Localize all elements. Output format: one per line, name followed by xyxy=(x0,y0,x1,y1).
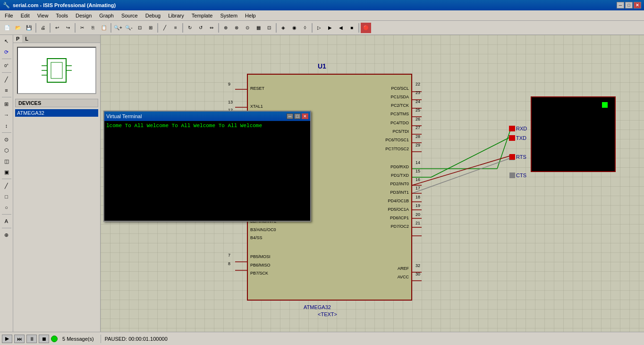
canvas-area[interactable]: U1 RESET XTAL1 XTAL2 PA0/ADC0 A1/ADC1 A2… xyxy=(101,35,644,332)
menu-design[interactable]: Design xyxy=(72,12,95,19)
tb-extra13[interactable]: 🔴 xyxy=(361,23,371,33)
lt-tool11[interactable]: A xyxy=(1,216,12,226)
tb-extra7[interactable]: ◉ xyxy=(289,23,299,33)
save-button[interactable]: 💾 xyxy=(24,23,34,33)
new-button[interactable]: 📄 xyxy=(2,23,12,33)
vterm-close-button[interactable]: ✕ xyxy=(302,113,308,119)
undo-button[interactable]: ↩ xyxy=(52,23,62,33)
bus-tool[interactable]: ≡ xyxy=(1,85,12,95)
lt-tool6[interactable]: ◫ xyxy=(1,156,12,166)
vterm-terminal-content[interactable]: lcome To All Welcome To All Welcome To A… xyxy=(104,121,310,221)
lt-tool8[interactable]: ╱ xyxy=(1,181,12,191)
component-tool[interactable]: ⟳ xyxy=(1,47,12,57)
step-button[interactable]: ⏭ xyxy=(14,335,25,343)
zoom-fit-button[interactable]: ⊡ xyxy=(135,23,145,33)
menu-system[interactable]: System xyxy=(216,12,241,19)
menu-help[interactable]: Help xyxy=(241,12,260,19)
menu-edit[interactable]: Edit xyxy=(17,12,34,19)
lt-tool4[interactable]: ⊙ xyxy=(1,134,12,145)
zoom-out-button[interactable]: 🔍- xyxy=(124,23,134,33)
zoom-in-button[interactable]: 🔍+ xyxy=(113,23,123,33)
print-button[interactable]: 🖨 xyxy=(38,23,48,33)
play-button[interactable]: ▶ xyxy=(2,335,12,343)
tb-extra11[interactable]: ◀ xyxy=(336,23,346,33)
pinnum-27: 27 xyxy=(415,125,420,130)
tb-extra2[interactable]: ⊗ xyxy=(231,23,242,33)
tb-extra10[interactable]: ▶ xyxy=(325,23,335,33)
menu-source[interactable]: Source xyxy=(118,12,142,19)
svg-line-33 xyxy=(412,158,511,193)
lt-tool3[interactable]: ↕ xyxy=(1,121,12,131)
vterm-maximize[interactable]: □ xyxy=(294,113,301,119)
sep1 xyxy=(35,23,36,33)
tb-extra8[interactable]: ◊ xyxy=(300,23,310,33)
device-atmega32[interactable]: ATMEGA32 xyxy=(15,109,98,117)
menu-view[interactable]: View xyxy=(34,12,52,19)
menu-template[interactable]: Template xyxy=(188,12,217,19)
tb-extra4[interactable]: ▦ xyxy=(253,23,263,33)
maximize-button[interactable]: □ xyxy=(625,2,633,9)
lt-tool12[interactable]: ⊕ xyxy=(1,230,12,240)
lt-tool1[interactable]: ⊞ xyxy=(1,99,12,109)
wire-button[interactable]: ╱ xyxy=(160,23,170,33)
wire-tool[interactable]: ╱ xyxy=(1,74,12,85)
pinnum-14: 14 xyxy=(415,160,420,165)
lt-tool2[interactable]: → xyxy=(1,110,12,120)
statusbar: ▶ ⏭ ⏸ ⏹ 5 Message(s) PAUSED: 00:00:01.10… xyxy=(0,332,644,345)
rotate-ccw-button[interactable]: ↺ xyxy=(195,23,206,33)
tb-extra5[interactable]: ⊡ xyxy=(264,23,274,33)
angle-display: 0° xyxy=(1,60,12,71)
chip-text-label: <TEXT> xyxy=(318,311,337,317)
select-tool[interactable]: ↖ xyxy=(1,36,12,46)
tb-extra12[interactable]: ■ xyxy=(347,23,357,33)
redo-button[interactable]: ↪ xyxy=(63,23,73,33)
vterm-titlebar[interactable]: Virtual Terminal ─ □ ✕ xyxy=(104,112,310,121)
vterm-title: Virtual Terminal xyxy=(106,113,142,119)
pin-pc1: PC1/SDA xyxy=(390,95,409,99)
virtual-terminal-window[interactable]: Virtual Terminal ─ □ ✕ lcome To All Welc… xyxy=(103,111,311,222)
pin-pb6: PB6/MISO xyxy=(250,263,271,267)
vterm-led-green xyxy=(602,102,608,108)
zoom-area-button[interactable]: ⊞ xyxy=(145,23,156,33)
menu-graph[interactable]: Graph xyxy=(95,12,118,19)
tb-extra6[interactable]: ◈ xyxy=(278,23,288,33)
lt-tool9[interactable]: □ xyxy=(1,191,12,202)
vterm-indicator-cts xyxy=(509,172,515,178)
stop-button[interactable]: ⏹ xyxy=(39,335,49,343)
lt-tool7[interactable]: ▣ xyxy=(1,167,12,177)
paste-button[interactable]: 📋 xyxy=(99,23,109,33)
lt-tool10[interactable]: ○ xyxy=(1,202,12,213)
pin-pc3: PC3/TMS xyxy=(390,112,409,116)
menu-tools[interactable]: Tools xyxy=(52,12,72,19)
lt-sep5 xyxy=(2,179,11,179)
bus-button[interactable]: ≡ xyxy=(170,23,181,33)
tb-extra1[interactable]: ⊕ xyxy=(220,23,231,33)
status-indicator xyxy=(51,336,58,342)
pin-pc5: PC5/TDI xyxy=(392,129,409,134)
vterm-minimize[interactable]: ─ xyxy=(287,113,293,119)
rotate-cw-button[interactable]: ↻ xyxy=(185,23,195,33)
tb-extra3[interactable]: ⊙ xyxy=(242,23,253,33)
lt-sep2 xyxy=(2,72,11,73)
pin-pd2: PD2/INT0 xyxy=(390,181,409,186)
minimize-button[interactable]: ─ xyxy=(617,2,624,9)
pinnum-23: 23 xyxy=(415,90,420,95)
cut-button[interactable]: ✂ xyxy=(77,23,87,33)
sidebar-tab-l[interactable]: L xyxy=(22,35,31,43)
menu-file[interactable]: File xyxy=(1,12,17,19)
lt-sep1 xyxy=(2,59,11,59)
lt-tool5[interactable]: ⬡ xyxy=(1,145,12,155)
pause-button[interactable]: ⏸ xyxy=(26,335,37,343)
preview-svg xyxy=(38,54,76,87)
vterm-schematic-component[interactable] xyxy=(531,96,616,172)
menu-debug[interactable]: Debug xyxy=(142,12,164,19)
pin-pd3: PD3/INT1 xyxy=(390,190,409,195)
tb-extra9[interactable]: ▷ xyxy=(314,23,324,33)
pin-pd7: PD7/OC2 xyxy=(390,224,409,229)
sidebar-tab-p[interactable]: P xyxy=(13,35,22,43)
copy-button[interactable]: ⎘ xyxy=(88,23,98,33)
close-button[interactable]: ✕ xyxy=(634,2,641,9)
open-button[interactable]: 📂 xyxy=(13,23,23,33)
menu-library[interactable]: Library xyxy=(164,12,188,19)
mirror-h-button[interactable]: ⇔ xyxy=(206,23,217,33)
